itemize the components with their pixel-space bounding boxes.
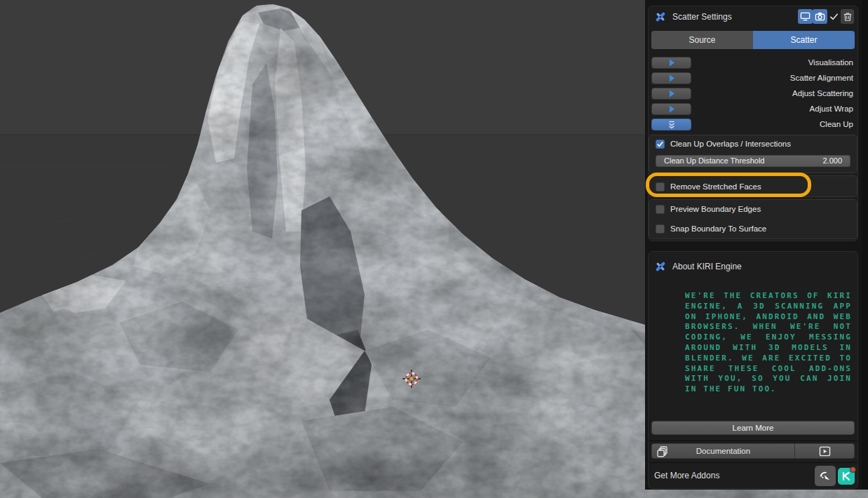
about-panel-header[interactable]: About KIRI Engine — [649, 256, 857, 277]
tab-scatter[interactable]: Scatter — [753, 31, 855, 49]
n-panel-sidebar: Scatter Settings — [645, 0, 868, 490]
market-feather-icon — [819, 470, 832, 482]
row-label: Adjust Scattering — [792, 88, 853, 100]
panel-title: Scatter Settings — [672, 12, 732, 22]
delete-button[interactable] — [841, 9, 854, 24]
panel-title: About KIRI Engine — [672, 262, 742, 271]
pages-icon — [656, 445, 669, 458]
preview-boundary-edges-checkbox[interactable] — [656, 205, 665, 214]
row-label: Clean Up — [820, 119, 853, 130]
adjust-wrap-play-button[interactable] — [651, 103, 691, 115]
source-scatter-tabs: Source Scatter — [651, 31, 855, 49]
overlaps-checkbox[interactable] — [656, 140, 665, 149]
preview-boundary-edges-label: Preview Boundary Edges — [670, 205, 761, 213]
scatter-alignment-play-button[interactable] — [651, 72, 691, 84]
visualisation-play-button[interactable] — [651, 57, 691, 69]
row-label: Visualisation — [808, 57, 853, 69]
check-icon — [656, 140, 664, 148]
monitor-icon — [800, 11, 811, 22]
snap-boundary-checkbox[interactable] — [656, 224, 665, 234]
documentation-label: Documentation — [696, 447, 750, 455]
remove-stretched-faces-checkbox[interactable] — [656, 182, 665, 191]
documentation-button[interactable]: Documentation — [651, 443, 794, 459]
adjust-scattering-play-button[interactable] — [651, 88, 691, 100]
row-adjust-scattering: Adjust Scattering — [651, 88, 855, 100]
cleanup-options-box: Clean Up Overlaps / Intersections Clean … — [649, 135, 857, 173]
remove-stretched-faces-label: Remove Stretched Faces — [670, 182, 761, 191]
video-play-icon — [819, 446, 831, 457]
clean-up-expand-button[interactable] — [651, 119, 691, 130]
kiri-app-icon — [841, 471, 851, 481]
check-icon — [829, 11, 839, 22]
cursor-3d-icon — [402, 369, 421, 389]
get-more-addons-label: Get More Addons — [654, 471, 719, 480]
show-in-viewport-button[interactable] — [798, 9, 813, 24]
divider — [649, 440, 857, 441]
kiri-logo-icon — [654, 260, 667, 273]
boundary-options-box: Preview Boundary Edges Snap Boundary To … — [649, 199, 857, 239]
row-label: Scatter Alignment — [790, 72, 853, 84]
play-icon — [666, 105, 677, 114]
marketplace-button[interactable] — [815, 466, 836, 486]
play-icon — [666, 58, 677, 67]
slider-value: 2.000 — [822, 156, 842, 166]
snap-boundary-label: Snap Boundary To Surface — [670, 224, 766, 233]
blender-window: { "colors": { "accent_blue": "#4A77B5", … — [0, 0, 868, 498]
about-body-text: WE'RE THE CREATORS OF KIRI ENGINE, A 3D … — [685, 291, 852, 395]
distance-threshold-slider[interactable]: Clean Up Distance Threshold 2.000 — [656, 155, 850, 167]
play-icon — [666, 89, 677, 98]
trash-icon — [843, 12, 853, 22]
row-visualisation: Visualisation — [651, 57, 855, 69]
about-kiri-panel: About KIRI Engine WE'RE THE CREATORS OF … — [648, 251, 858, 489]
kiri-app-button[interactable] — [838, 468, 855, 485]
stretched-faces-box: Remove Stretched Faces — [649, 175, 857, 197]
tab-source[interactable]: Source — [651, 31, 753, 49]
camera-icon — [815, 11, 825, 22]
learn-more-button[interactable]: Learn More — [651, 421, 855, 435]
slider-label: Clean Up Distance Threshold — [664, 156, 764, 166]
double-chevron-down-icon — [666, 120, 677, 130]
row-adjust-wrap: Adjust Wrap — [651, 103, 855, 115]
overlaps-checkbox-label: Clean Up Overlaps / Intersections — [670, 140, 791, 148]
scatter-panel-header[interactable]: Scatter Settings — [649, 6, 857, 27]
notification-dot — [850, 466, 856, 473]
row-scatter-alignment: Scatter Alignment — [651, 72, 855, 84]
play-icon — [666, 74, 677, 83]
kiri-logo-icon — [654, 11, 667, 23]
row-label: Adjust Wrap — [810, 103, 853, 115]
video-tutorial-button[interactable] — [794, 443, 855, 459]
get-more-addons-row: Get More Addons — [649, 463, 857, 488]
sidebar-scrollbar[interactable] — [862, 0, 868, 490]
scatter-settings-panel: Scatter Settings — [648, 6, 858, 241]
show-in-render-button[interactable] — [813, 9, 827, 24]
apply-button[interactable] — [827, 9, 841, 24]
documentation-row: Documentation — [651, 443, 855, 459]
row-clean-up: Clean Up — [651, 119, 855, 130]
